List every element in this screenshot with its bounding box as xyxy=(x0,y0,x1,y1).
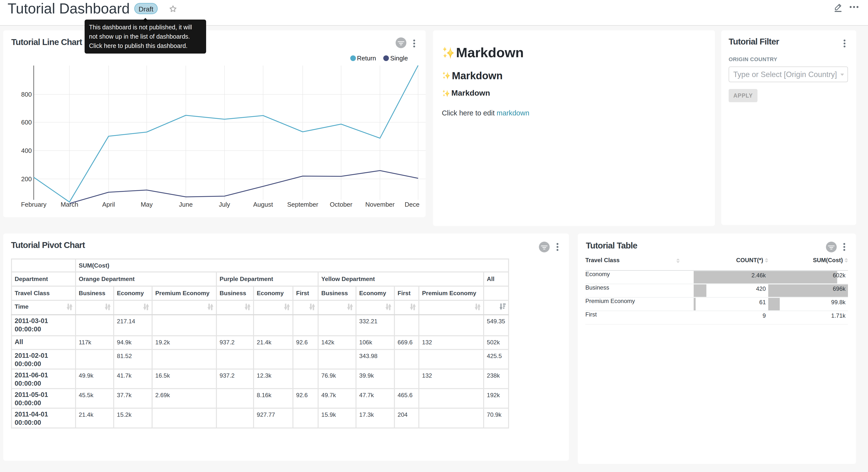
svg-text:May: May xyxy=(141,201,153,208)
svg-text:Single: Single xyxy=(390,55,408,62)
svg-text:April: April xyxy=(102,201,115,208)
svg-text:June: June xyxy=(179,201,193,208)
svg-text:July: July xyxy=(219,201,230,208)
svg-text:400: 400 xyxy=(21,147,32,154)
svg-text:February: February xyxy=(21,201,46,208)
svg-text:October: October xyxy=(330,201,352,208)
svg-text:August: August xyxy=(253,201,273,208)
svg-text:November: November xyxy=(365,201,395,208)
svg-text:600: 600 xyxy=(21,119,32,126)
svg-text:September: September xyxy=(287,201,318,208)
svg-text:200: 200 xyxy=(21,175,32,183)
svg-text:800: 800 xyxy=(21,91,32,98)
svg-text:Dece: Dece xyxy=(405,201,420,208)
svg-text:Return: Return xyxy=(357,55,376,62)
